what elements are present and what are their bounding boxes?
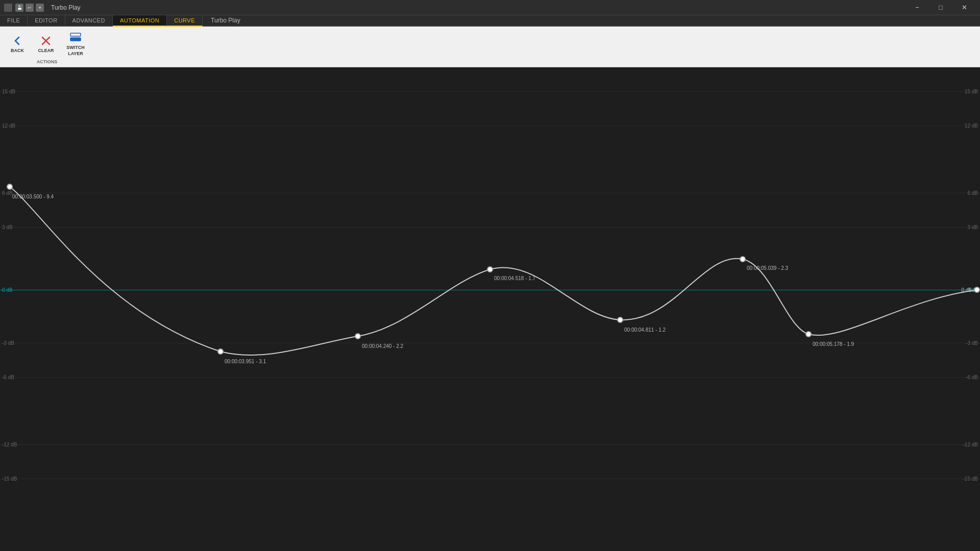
point-label-end: 0 dB xyxy=(961,287,972,293)
clear-icon xyxy=(40,35,52,47)
control-point-3[interactable] xyxy=(355,333,361,339)
toolbar: Back Clear xyxy=(0,27,980,67)
tab-file[interactable]: File xyxy=(0,15,28,26)
quick-save-btn[interactable]: 💾 xyxy=(15,4,23,12)
point-label-3: 00:00:04.240 - 2.2 xyxy=(362,343,403,349)
point-label-4: 00:00:04.518 - 1.7 xyxy=(494,276,535,281)
chart-area: 15 dB 15 dB 12 dB 12 dB 6 dB 6 dB 3 dB 3… xyxy=(0,67,980,551)
tab-bar-title: Turbo Play xyxy=(203,15,249,26)
title-bar-quick-access: 💾 ↩ ▾ xyxy=(15,4,44,12)
actions-section-label: Actions xyxy=(37,59,58,64)
maximize-button[interactable]: □ xyxy=(929,0,952,15)
svg-rect-2 xyxy=(70,33,81,36)
close-button[interactable]: ✕ xyxy=(952,0,976,15)
svg-rect-3 xyxy=(70,38,81,41)
control-point-1[interactable] xyxy=(7,184,13,190)
toolbar-actions-group: Back Clear xyxy=(4,30,90,64)
title-bar: 💾 ↩ ▾ Turbo Play − □ ✕ xyxy=(0,0,980,15)
toolbar-buttons: Back Clear xyxy=(4,30,90,58)
tab-advanced[interactable]: Advanced xyxy=(65,15,113,26)
app-icon xyxy=(4,4,12,12)
minimize-button[interactable]: − xyxy=(905,0,929,15)
control-point-2[interactable] xyxy=(217,348,224,355)
control-point-4[interactable] xyxy=(487,266,493,272)
quick-undo-btn[interactable]: ↩ xyxy=(26,4,34,12)
switch-layer-icon xyxy=(69,32,82,44)
back-icon xyxy=(11,35,23,47)
window-controls: − □ ✕ xyxy=(905,0,976,15)
control-point-7[interactable] xyxy=(805,331,812,337)
tab-editor[interactable]: Editor xyxy=(28,15,65,26)
tab-automation[interactable]: Automation xyxy=(113,15,167,27)
point-label-6: 00:00:05.039 - 2.3 xyxy=(747,265,788,271)
clear-button[interactable]: Clear xyxy=(33,30,59,58)
control-point-6[interactable] xyxy=(740,256,746,262)
point-label-7: 00:00:05.178 - 1.9 xyxy=(813,341,854,347)
point-label-2: 00:00:03.951 - 3.1 xyxy=(225,359,266,364)
title-bar-title: Turbo Play xyxy=(51,4,81,11)
point-label-1: 00:00:03.500 - 9.4 xyxy=(12,194,54,199)
switch-layer-label: SWITCH xyxy=(66,45,85,50)
automation-curve-svg xyxy=(0,67,980,551)
title-bar-left: 💾 ↩ ▾ Turbo Play xyxy=(4,4,81,12)
point-label-5: 00:00:04.811 - 1.2 xyxy=(624,327,666,333)
control-point-5[interactable] xyxy=(617,317,623,323)
clear-label: Clear xyxy=(38,48,54,53)
back-button[interactable]: Back xyxy=(4,30,31,58)
quick-drop-btn[interactable]: ▾ xyxy=(36,4,44,12)
control-point-end[interactable] xyxy=(974,287,980,293)
tab-bar: File Editor Advanced Automation Curve Tu… xyxy=(0,15,980,27)
back-label: Back xyxy=(11,48,24,53)
switch-layer-button[interactable]: SWITCH LAYER xyxy=(61,30,90,58)
switch-layer-label2: LAYER xyxy=(68,52,83,56)
tab-curve[interactable]: Curve xyxy=(167,15,203,27)
